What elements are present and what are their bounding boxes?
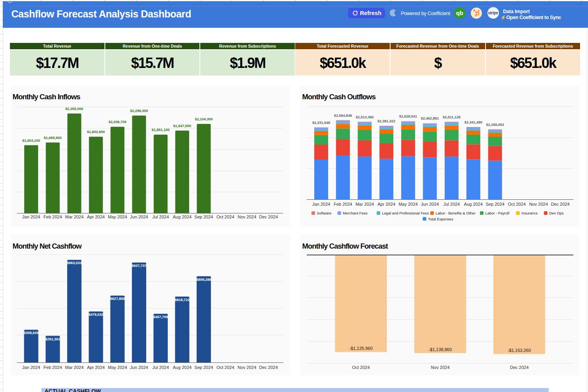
svg-text:$2,341,480: $2,341,480 bbox=[464, 120, 482, 124]
svg-text:Jan 2024: Jan 2024 bbox=[22, 214, 40, 219]
svg-text:Mar 2024: Mar 2024 bbox=[65, 214, 83, 219]
svg-text:Feb 2024: Feb 2024 bbox=[43, 365, 62, 370]
svg-text:-$1,125,960: -$1,125,960 bbox=[349, 346, 373, 351]
svg-text:Insurance: Insurance bbox=[521, 211, 538, 215]
svg-text:Aug 2024: Aug 2024 bbox=[173, 214, 191, 219]
svg-text:Apr 2024: Apr 2024 bbox=[87, 365, 105, 370]
svg-text:$2,381,322: $2,381,322 bbox=[377, 119, 395, 123]
svg-text:May 2024: May 2024 bbox=[108, 214, 127, 219]
svg-text:Aug 2024: Aug 2024 bbox=[464, 202, 482, 207]
svg-text:$308,029: $308,029 bbox=[23, 331, 39, 335]
svg-text:Nov 2024: Nov 2024 bbox=[431, 365, 449, 370]
svg-text:Oct 2024: Oct 2024 bbox=[216, 365, 234, 370]
svg-text:$2,269,053: $2,269,053 bbox=[486, 123, 504, 127]
svg-text:May 2024: May 2024 bbox=[108, 365, 127, 370]
svg-text:May 2024: May 2024 bbox=[398, 202, 418, 207]
svg-text:Aug 2024: Aug 2024 bbox=[173, 365, 191, 370]
svg-text:Sep 2024: Sep 2024 bbox=[194, 365, 213, 370]
svg-text:$809,286: $809,286 bbox=[196, 277, 211, 281]
svg-text:$963,033: $963,033 bbox=[67, 261, 82, 265]
svg-text:Labor - Benefits & Other: Labor - Benefits & Other bbox=[435, 211, 475, 215]
svg-text:$1,665,900: $1,665,900 bbox=[44, 136, 62, 140]
svg-text:Jul 2024: Jul 2024 bbox=[443, 202, 460, 207]
svg-text:Sep 2024: Sep 2024 bbox=[485, 202, 504, 207]
svg-text:Nov 2024: Nov 2024 bbox=[237, 365, 256, 370]
svg-text:Jan 2024: Jan 2024 bbox=[22, 365, 40, 370]
svg-text:$1,851,100: $1,851,100 bbox=[151, 128, 169, 132]
svg-text:$2,528,541: $2,528,541 bbox=[399, 114, 417, 118]
svg-text:Dev Ops: Dev Ops bbox=[549, 211, 564, 215]
svg-text:$627,859: $627,859 bbox=[110, 297, 125, 301]
svg-text:$1,802,600: $1,802,600 bbox=[87, 130, 104, 134]
svg-text:$2,350,000: $2,350,000 bbox=[65, 107, 83, 111]
svg-text:Merchant Fees: Merchant Fees bbox=[343, 211, 368, 215]
svg-text:Monthly Cashflow Forecast: Monthly Cashflow Forecast bbox=[302, 241, 388, 250]
svg-text:Labor - Payroll: Labor - Payroll bbox=[485, 211, 509, 215]
svg-text:Legal and Professional Fees: Legal and Professional Fees bbox=[382, 211, 429, 215]
svg-text:Apr 2024: Apr 2024 bbox=[377, 202, 395, 207]
svg-text:Jun 2024: Jun 2024 bbox=[130, 214, 148, 219]
svg-text:Jun 2024: Jun 2024 bbox=[421, 202, 439, 207]
svg-text:Dec 2024: Dec 2024 bbox=[259, 365, 278, 370]
svg-text:$937,737: $937,737 bbox=[132, 264, 147, 268]
svg-text:$2,036,700: $2,036,700 bbox=[108, 120, 126, 124]
svg-text:Jun 2024: Jun 2024 bbox=[130, 365, 148, 370]
svg-text:Oct 2024: Oct 2024 bbox=[352, 365, 370, 370]
svg-text:Nov 2024: Nov 2024 bbox=[529, 202, 547, 207]
svg-text:$2,331,549: $2,331,549 bbox=[312, 121, 330, 125]
svg-text:Monthly Cash Outflows: Monthly Cash Outflows bbox=[302, 93, 375, 101]
svg-text:Monthly Net Cashflow: Monthly Net Cashflow bbox=[12, 241, 82, 250]
svg-text:Jan 2024: Jan 2024 bbox=[312, 202, 330, 207]
svg-text:$2,513,360: $2,513,360 bbox=[356, 115, 373, 119]
svg-text:Dec 2024: Dec 2024 bbox=[510, 365, 528, 370]
svg-text:Feb 2024: Feb 2024 bbox=[43, 214, 62, 219]
svg-text:Dec 2024: Dec 2024 bbox=[551, 202, 569, 207]
svg-text:-$1,138,860: -$1,138,860 bbox=[428, 347, 452, 351]
svg-text:Mar 2024: Mar 2024 bbox=[355, 202, 373, 207]
svg-text:Jul 2024: Jul 2024 bbox=[152, 365, 169, 370]
svg-text:Mar 2024: Mar 2024 bbox=[65, 365, 83, 370]
svg-text:Software: Software bbox=[317, 211, 331, 215]
svg-text:Monthly Cash Inflows: Monthly Cash Inflows bbox=[12, 93, 80, 101]
svg-text:Apr 2024: Apr 2024 bbox=[87, 214, 105, 219]
svg-text:$2,299,300: $2,299,300 bbox=[130, 109, 148, 113]
svg-text:Oct 2024: Oct 2024 bbox=[508, 202, 526, 207]
svg-text:$2,462,881: $2,462,881 bbox=[421, 116, 439, 120]
svg-text:Sep 2024: Sep 2024 bbox=[194, 214, 213, 219]
svg-text:$479,532: $479,532 bbox=[88, 313, 103, 317]
svg-text:Jul 2024: Jul 2024 bbox=[152, 214, 169, 219]
svg-text:Dec 2024: Dec 2024 bbox=[259, 214, 278, 219]
svg-text:$2,564,848: $2,564,848 bbox=[334, 114, 352, 118]
svg-text:Feb 2024: Feb 2024 bbox=[333, 202, 352, 207]
svg-text:$618,722: $618,722 bbox=[174, 297, 190, 301]
svg-text:$457,709: $457,709 bbox=[153, 315, 168, 319]
svg-text:$1,947,500: $1,947,500 bbox=[173, 124, 191, 128]
svg-text:$2,511,128: $2,511,128 bbox=[443, 115, 460, 119]
svg-text:Total Expenses: Total Expenses bbox=[428, 217, 453, 221]
svg-text:$1,603,100: $1,603,100 bbox=[22, 139, 40, 143]
svg-text:-$1,153,260: -$1,153,260 bbox=[507, 348, 531, 353]
svg-text:Nov 2024: Nov 2024 bbox=[237, 214, 256, 219]
svg-text:Oct 2024: Oct 2024 bbox=[216, 214, 234, 219]
svg-text:$251,351: $251,351 bbox=[45, 337, 60, 341]
svg-text:$2,104,300: $2,104,300 bbox=[195, 117, 213, 121]
